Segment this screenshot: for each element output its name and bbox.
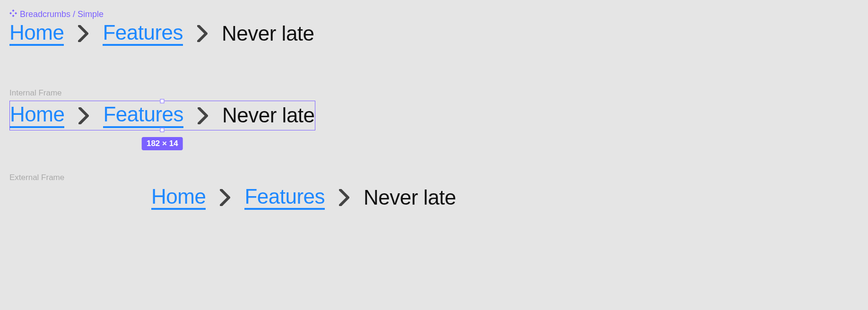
breadcrumb: Home Features Never late <box>10 101 315 129</box>
breadcrumb-current: Never late <box>364 186 456 209</box>
chevron-right-icon <box>339 189 349 206</box>
breadcrumb-link-home[interactable]: Home <box>151 185 206 210</box>
resize-handle-bottom[interactable] <box>160 128 165 132</box>
chevron-right-icon <box>78 107 89 124</box>
breadcrumb: Home Features Never late <box>9 21 859 46</box>
component-name: Breadcrumbs / Simple <box>20 9 104 19</box>
breadcrumb-link-home[interactable]: Home <box>9 21 64 46</box>
resize-handle-top[interactable] <box>160 99 165 103</box>
chevron-right-icon <box>197 25 208 42</box>
breadcrumb-link-features[interactable]: Features <box>103 103 183 128</box>
breadcrumb-current: Never late <box>222 104 315 127</box>
internal-frame[interactable]: Home Features Never late 182 × 14 <box>9 101 315 130</box>
chevron-right-icon <box>220 189 230 206</box>
selection-size-badge: 182 × 14 <box>142 137 183 150</box>
frame-label-external[interactable]: External Frame <box>9 173 859 182</box>
external-frame[interactable]: Home Features Never late <box>9 185 859 210</box>
chevron-right-icon <box>198 107 208 124</box>
component-label[interactable]: Breadcrumbs / Simple <box>9 9 859 19</box>
component-variant-section: Breadcrumbs / Simple Home Features Never… <box>9 9 859 46</box>
breadcrumb-link-features[interactable]: Features <box>244 185 325 210</box>
chevron-right-icon <box>78 25 88 42</box>
breadcrumb: Home Features Never late <box>151 185 859 210</box>
external-frame-section: External Frame Home Features Never late <box>9 173 859 210</box>
breadcrumb-current: Never late <box>222 22 314 45</box>
frame-label-internal[interactable]: Internal Frame <box>9 88 859 98</box>
breadcrumb-link-features[interactable]: Features <box>103 21 183 46</box>
component-icon <box>9 9 17 19</box>
breadcrumb-link-home[interactable]: Home <box>10 103 64 128</box>
internal-frame-section: Internal Frame Home Features Never late … <box>9 88 859 130</box>
